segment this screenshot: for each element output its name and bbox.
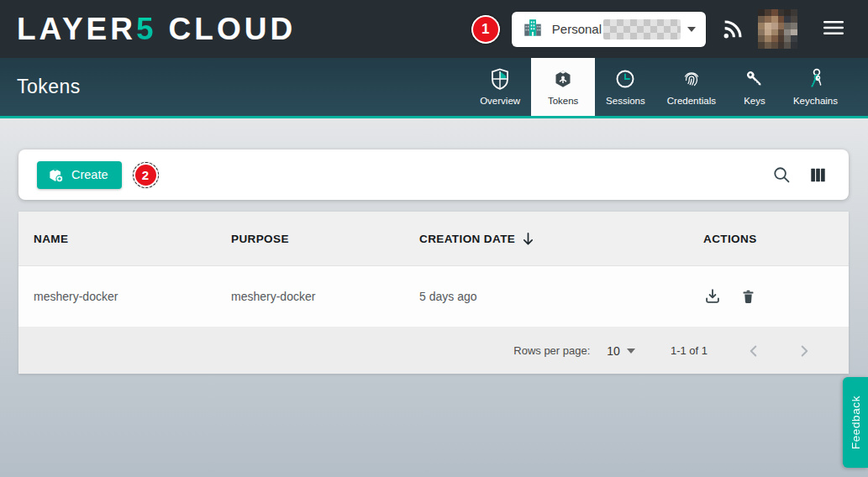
page-title: Tokens	[17, 76, 81, 98]
nav-tabs: Overview Tokens Sessions	[469, 58, 849, 116]
next-page-button[interactable]	[795, 342, 813, 360]
table-toolbar: Create 2	[18, 149, 849, 200]
key-icon	[744, 68, 765, 90]
tokens-table: NAME PURPOSE CREATION DATE ACTIONS meshe…	[18, 212, 849, 374]
search-icon	[772, 165, 792, 185]
keychain-icon	[805, 68, 825, 90]
clock-icon	[615, 68, 635, 90]
tab-tokens[interactable]: Tokens	[531, 58, 595, 116]
tab-sessions[interactable]: Sessions	[595, 58, 656, 116]
tab-overview-label: Overview	[480, 96, 520, 106]
annotation-marker-2: 2	[134, 163, 158, 187]
delete-icon	[739, 287, 757, 306]
tab-keys[interactable]: Keys	[727, 58, 782, 116]
menu-icon	[823, 19, 844, 36]
cell-token-creation-date: 5 days ago	[404, 290, 688, 303]
delete-token-button[interactable]	[739, 287, 757, 306]
tab-keys-label: Keys	[744, 96, 765, 106]
notifications-rss-button[interactable]	[721, 18, 744, 41]
main-content: Create 2 NAME	[0, 118, 868, 477]
tab-overview[interactable]: Overview	[469, 58, 531, 116]
table-pagination: Rows per page: 10 1-1 of 1	[18, 328, 849, 374]
view-columns-button[interactable]	[809, 167, 827, 183]
tab-tokens-label: Tokens	[548, 96, 578, 106]
shield-icon	[490, 68, 510, 90]
fingerprint-icon	[681, 68, 702, 90]
feedback-label: Feedback	[850, 396, 862, 449]
tab-credentials[interactable]: Credentials	[656, 58, 727, 116]
cell-token-actions	[688, 287, 849, 306]
logo-part-cloud: CLOUD	[169, 13, 297, 45]
logo-part-5: 5	[136, 13, 157, 45]
org-selector-label: Personal	[552, 22, 602, 36]
previous-page-button[interactable]	[744, 342, 763, 360]
pagination-range: 1-1 of 1	[671, 344, 708, 357]
sort-desc-icon	[522, 232, 534, 246]
logo-part-layer: LAYER	[17, 13, 136, 45]
tokens-nav-bar: Tokens Overview Tokens	[0, 58, 868, 118]
download-token-button[interactable]	[703, 287, 722, 306]
column-header-actions: ACTIONS	[688, 233, 849, 245]
create-cube-icon	[48, 167, 64, 183]
column-header-creation-date[interactable]: CREATION DATE	[404, 232, 688, 246]
create-button-label: Create	[71, 168, 108, 181]
cell-token-name: meshery-docker	[18, 290, 216, 303]
rows-per-page-value: 10	[607, 344, 620, 358]
chevron-down-icon	[627, 349, 635, 354]
cube-icon	[553, 68, 573, 90]
rows-per-page-label: Rows per page:	[513, 344, 590, 357]
download-icon	[703, 287, 722, 306]
chevron-right-icon	[795, 342, 813, 360]
columns-icon	[809, 167, 827, 183]
column-header-purpose[interactable]: PURPOSE	[216, 233, 404, 245]
rss-icon	[721, 18, 744, 41]
avatar[interactable]	[758, 9, 797, 49]
table-header-row: NAME PURPOSE CREATION DATE ACTIONS	[18, 212, 849, 266]
hamburger-menu-button[interactable]	[823, 19, 844, 39]
building-icon	[522, 17, 544, 42]
cell-token-purpose: meshery-docker	[216, 290, 404, 303]
chevron-left-icon	[744, 342, 763, 360]
top-bar: LAYER5CLOUD 1 Personal	[0, 0, 868, 58]
layer5-cloud-logo: LAYER5CLOUD	[17, 13, 296, 45]
tab-keychains[interactable]: Keychains	[782, 58, 849, 116]
column-header-name[interactable]: NAME	[18, 233, 216, 245]
tab-sessions-label: Sessions	[606, 96, 645, 106]
rows-per-page-select[interactable]: 10	[607, 344, 635, 358]
tab-credentials-label: Credentials	[667, 96, 716, 106]
create-token-button[interactable]: Create	[37, 161, 122, 189]
tab-keychains-label: Keychains	[793, 96, 838, 106]
feedback-button[interactable]: Feedback	[843, 377, 868, 468]
organization-selector[interactable]: Personal	[512, 12, 706, 47]
redacted-org-name	[603, 19, 681, 39]
search-button[interactable]	[772, 165, 792, 185]
chevron-down-icon	[687, 27, 696, 32]
table-row[interactable]: meshery-docker meshery-docker 5 days ago	[18, 266, 849, 328]
annotation-marker-1: 1	[471, 15, 500, 44]
